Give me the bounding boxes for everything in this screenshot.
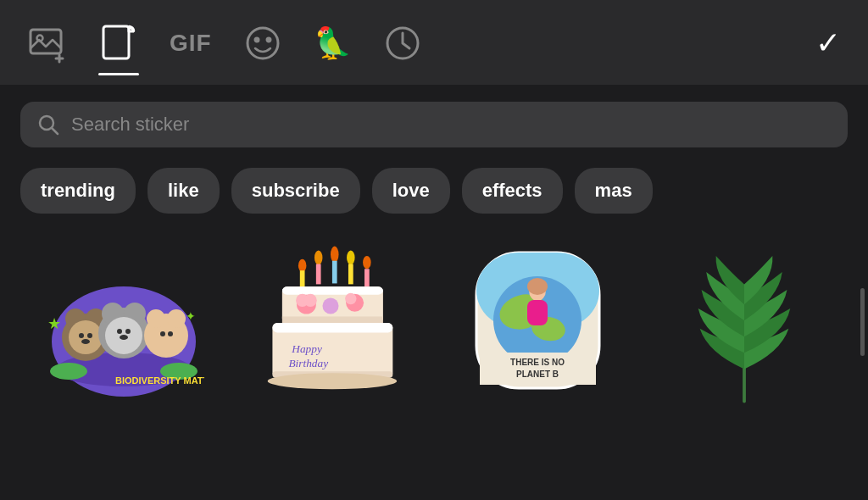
svg-rect-48 bbox=[282, 286, 383, 295]
svg-point-40 bbox=[347, 250, 355, 264]
svg-point-26 bbox=[79, 333, 84, 338]
svg-point-61 bbox=[268, 373, 397, 389]
svg-point-32 bbox=[160, 331, 165, 336]
svg-rect-4 bbox=[103, 26, 129, 58]
svg-point-25 bbox=[167, 309, 186, 328]
svg-point-7 bbox=[267, 38, 270, 42]
svg-point-41 bbox=[363, 256, 371, 269]
sticker-icon bbox=[98, 23, 139, 64]
svg-point-27 bbox=[87, 333, 92, 338]
svg-point-54 bbox=[345, 293, 356, 304]
sticker-grid: ★ ✦ BIODIVERSITY MATTERS bbox=[0, 227, 868, 422]
svg-rect-0 bbox=[31, 30, 61, 53]
tab-recent[interactable] bbox=[382, 23, 423, 75]
tag-effects[interactable]: effects bbox=[462, 168, 563, 214]
svg-point-52 bbox=[322, 298, 338, 314]
svg-point-5 bbox=[248, 28, 278, 58]
tab-gif[interactable]: GIF bbox=[170, 23, 212, 75]
scroll-indicator[interactable] bbox=[860, 288, 865, 356]
tab-toucan[interactable]: 🦜 bbox=[314, 23, 352, 75]
toolbar: GIF 🦜 ✓ bbox=[0, 0, 868, 85]
planet-sticker-img: THERE IS NO PLANET B bbox=[468, 244, 608, 405]
search-input[interactable] bbox=[71, 114, 831, 136]
tab-emoji[interactable] bbox=[242, 23, 283, 75]
emoji-icon bbox=[242, 23, 283, 64]
svg-point-33 bbox=[168, 331, 173, 336]
svg-rect-42 bbox=[300, 270, 305, 288]
tag-mas[interactable]: mas bbox=[575, 168, 653, 214]
toolbar-icons: GIF 🦜 bbox=[27, 23, 423, 75]
confirm-button[interactable]: ✓ bbox=[815, 25, 841, 73]
svg-rect-44 bbox=[332, 261, 337, 284]
svg-point-51 bbox=[304, 294, 317, 307]
add-image-icon bbox=[27, 23, 68, 64]
leaf-sticker-img bbox=[689, 240, 799, 409]
svg-rect-46 bbox=[364, 269, 370, 286]
clock-icon bbox=[382, 23, 423, 64]
svg-point-38 bbox=[314, 250, 323, 264]
svg-point-69 bbox=[527, 278, 548, 295]
svg-point-13 bbox=[50, 363, 87, 380]
svg-text:PLANET B: PLANET B bbox=[516, 369, 559, 379]
tab-sticker[interactable] bbox=[98, 23, 139, 75]
svg-line-10 bbox=[52, 128, 58, 134]
svg-point-24 bbox=[147, 309, 165, 328]
svg-point-18 bbox=[69, 320, 103, 354]
svg-text:THERE IS NO: THERE IS NO bbox=[510, 358, 565, 367]
svg-point-30 bbox=[125, 329, 131, 334]
svg-rect-55 bbox=[282, 316, 383, 323]
svg-point-31 bbox=[120, 335, 128, 340]
toucan-icon: 🦜 bbox=[314, 23, 352, 64]
tag-subscribe[interactable]: subscribe bbox=[231, 168, 360, 214]
gif-label: GIF bbox=[170, 23, 212, 64]
tag-love[interactable]: love bbox=[372, 168, 450, 214]
sticker-birthday-cake[interactable]: Happy Birthday bbox=[227, 236, 434, 414]
search-area bbox=[0, 85, 868, 161]
svg-text:★: ★ bbox=[47, 315, 61, 332]
svg-rect-45 bbox=[348, 264, 353, 285]
tag-trending[interactable]: trending bbox=[20, 168, 136, 214]
sticker-leaf[interactable] bbox=[641, 236, 848, 414]
birthday-cake-sticker-img: Happy Birthday bbox=[254, 240, 407, 409]
svg-point-29 bbox=[117, 329, 122, 334]
svg-rect-68 bbox=[527, 300, 548, 325]
svg-point-37 bbox=[298, 259, 307, 272]
svg-rect-57 bbox=[272, 323, 392, 332]
svg-text:BIODIVERSITY MATTERS: BIODIVERSITY MATTERS bbox=[115, 375, 204, 386]
sticker-biodiversity[interactable]: ★ ✦ BIODIVERSITY MATTERS bbox=[20, 236, 227, 414]
search-icon bbox=[37, 114, 59, 136]
biodiversity-sticker-img: ★ ✦ BIODIVERSITY MATTERS bbox=[43, 244, 204, 405]
sticker-planet[interactable]: THERE IS NO PLANET B bbox=[434, 236, 641, 414]
svg-text:✦: ✦ bbox=[186, 309, 196, 323]
svg-point-28 bbox=[81, 339, 90, 344]
svg-text:Birthday: Birthday bbox=[288, 357, 328, 369]
tab-add-image[interactable] bbox=[27, 23, 68, 75]
svg-point-39 bbox=[331, 247, 339, 263]
svg-rect-43 bbox=[316, 264, 321, 285]
search-bar bbox=[20, 102, 848, 147]
tag-like[interactable]: like bbox=[147, 168, 220, 214]
svg-text:Happy: Happy bbox=[291, 342, 322, 355]
svg-point-6 bbox=[255, 38, 259, 42]
tags-area: trending like subscribe love effects mas bbox=[0, 161, 868, 227]
